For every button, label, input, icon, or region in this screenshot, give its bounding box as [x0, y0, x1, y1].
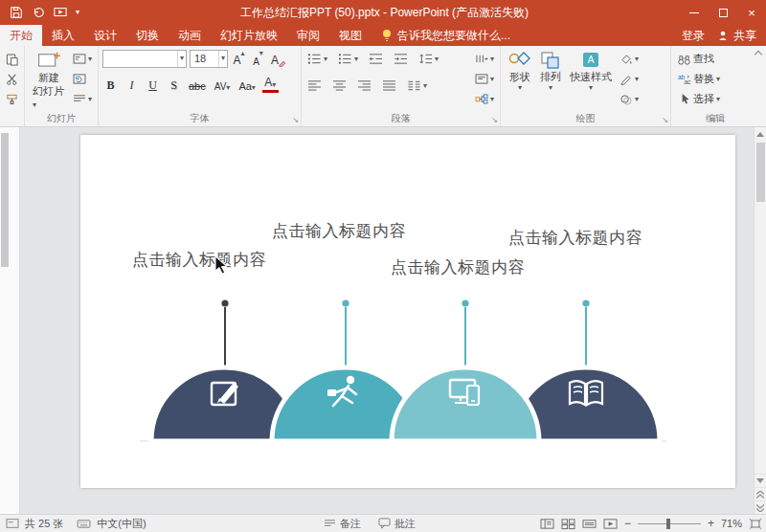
drawing-dialog-launcher-icon[interactable]: ↘ [662, 117, 668, 124]
text-direction-button[interactable]: ▾ [473, 49, 496, 69]
quick-access-toolbar: ▾ [0, 6, 89, 19]
save-icon[interactable] [10, 6, 23, 19]
align-text-button[interactable]: ▾ [473, 69, 496, 89]
slide-count[interactable]: 共 25 张 [25, 517, 63, 531]
numbering-button[interactable]: ▾ [336, 49, 360, 69]
zoom-in-button[interactable]: + [708, 517, 714, 530]
shrink-font-button[interactable]: A▾ [250, 49, 266, 68]
shapes-icon [508, 50, 531, 71]
shape-fill-button[interactable]: ▾ [618, 49, 641, 69]
decrease-indent-button[interactable] [367, 49, 385, 69]
thumbnail-scrollbar-thumb[interactable] [1, 133, 9, 267]
line-spacing-button[interactable]: ▾ [417, 49, 440, 69]
normal-view-icon[interactable] [540, 518, 554, 530]
smartart-button[interactable]: ▾ [473, 89, 496, 109]
layout-button[interactable]: ▾ [71, 49, 94, 69]
zoom-out-button[interactable]: − [624, 517, 631, 530]
clear-formatting-button[interactable]: A [269, 49, 288, 68]
next-slide-button[interactable] [755, 500, 766, 514]
minimize-button[interactable] [680, 0, 709, 25]
notes-button[interactable]: 备注 [324, 517, 361, 531]
status-bar: 共 25 张 中文(中国) 备注 批注 − + 71% [0, 514, 766, 532]
section-button[interactable]: ▾ [71, 89, 94, 109]
scroll-up-button[interactable] [755, 127, 766, 141]
undo-icon[interactable] [32, 6, 45, 19]
cut-button[interactable] [4, 69, 20, 89]
caption-placeholder-1[interactable]: 点击输入标题内容 [132, 249, 266, 271]
vertical-scrollbar[interactable] [754, 127, 766, 514]
change-case-button[interactable]: Aa▾ [237, 74, 257, 93]
caption-placeholder-2[interactable]: 点击输入标题内容 [272, 220, 406, 242]
align-center-button[interactable] [330, 76, 349, 96]
tab-home[interactable]: 开始 [0, 25, 42, 46]
text-shadow-button[interactable]: S [166, 74, 182, 93]
close-button[interactable]: × [737, 0, 766, 25]
tell-me-box[interactable]: 告诉我您想要做什么... [372, 25, 520, 46]
bullets-button[interactable]: ▾ [305, 49, 329, 69]
maximize-button[interactable] [709, 0, 737, 25]
previous-slide-button[interactable] [755, 487, 766, 500]
tab-transitions[interactable]: 切换 [126, 25, 169, 46]
increase-indent-button[interactable] [392, 49, 410, 69]
font-dialog-launcher-icon[interactable]: ↘ [292, 117, 299, 124]
zoom-level[interactable]: 71% [721, 518, 742, 529]
strikethrough-button[interactable]: abc [187, 74, 208, 93]
character-spacing-button[interactable]: AV▾ [213, 74, 233, 93]
tab-slideshow[interactable]: 幻灯片放映 [211, 25, 287, 46]
slide-sorter-view-icon[interactable] [561, 518, 575, 530]
tab-view[interactable]: 视图 [329, 25, 372, 46]
align-left-button[interactable] [305, 76, 324, 96]
shape-effects-button[interactable]: ▾ [618, 89, 641, 109]
font-color-button[interactable]: A▾ [262, 74, 279, 93]
paste-button[interactable] [4, 49, 20, 69]
tab-review[interactable]: 审阅 [287, 25, 329, 46]
qat-customize-icon[interactable]: ▾ [76, 9, 79, 16]
font-size-combobox[interactable]: 18▾ [190, 50, 228, 68]
dome-3[interactable] [392, 367, 539, 441]
columns-button[interactable]: ▾ [405, 76, 429, 96]
minimize-icon [689, 12, 699, 13]
justify-button[interactable] [380, 76, 398, 96]
paragraph-dialog-launcher-icon[interactable]: ↘ [491, 117, 498, 124]
grow-font-button[interactable]: A▴ [231, 49, 247, 68]
share-button[interactable]: 共享 [718, 28, 756, 44]
format-painter-button[interactable] [4, 89, 20, 109]
caption-placeholder-3[interactable]: 点击输入标题内容 [391, 256, 525, 278]
reset-button[interactable] [71, 69, 94, 89]
font-group: ▾ 18▾ A▴ A▾ A B I U S abc AV▾ Aa▾ A▾ 字体 [99, 46, 302, 126]
comments-button[interactable]: 批注 [378, 517, 416, 531]
font-name-combobox[interactable]: ▾ [102, 50, 187, 68]
arrange-button[interactable]: 排列 ▾ [535, 49, 566, 112]
tab-insert[interactable]: 插入 [42, 25, 84, 46]
tab-animations[interactable]: 动画 [169, 25, 211, 46]
bold-button[interactable]: B [102, 74, 119, 93]
align-right-button[interactable] [355, 76, 373, 96]
start-slideshow-icon[interactable] [54, 6, 67, 19]
zoom-slider[interactable] [638, 523, 701, 524]
thumbnail-pane[interactable] [0, 127, 20, 514]
shape-outline-button[interactable]: ▾ [618, 69, 641, 89]
zoom-slider-thumb[interactable] [666, 519, 670, 529]
select-button[interactable]: 选择▾ [675, 89, 722, 109]
fit-slide-icon[interactable] [749, 518, 762, 530]
slideshow-view-icon[interactable] [603, 518, 618, 530]
find-button[interactable]: 查找 [675, 49, 722, 69]
language-indicator[interactable]: 中文(中国) [97, 517, 146, 531]
tab-design[interactable]: 设计 [84, 25, 126, 46]
slide[interactable]: 点击输入标题内容 点击输入标题内容 点击输入标题内容 点击输入标题内容 [80, 135, 735, 488]
paragraph-group: ▾ ▾ ▾ ▾ ▾ ▾ ▾ 段落 ↘ [302, 46, 501, 126]
shapes-button[interactable]: 形状 ▾ [505, 49, 535, 112]
align-center-icon [332, 79, 347, 92]
reading-view-icon[interactable] [582, 518, 597, 530]
sign-in-button[interactable]: 登录 [682, 28, 705, 44]
replace-button[interactable]: abac替换▾ [675, 69, 722, 89]
underline-button[interactable]: U [145, 74, 161, 93]
scrollbar-thumb[interactable] [756, 143, 765, 202]
shape-effects-icon [620, 94, 633, 105]
caption-placeholder-4[interactable]: 点击输入标题内容 [508, 227, 642, 249]
new-slide-button[interactable]: 新建 幻灯片 ▾ [29, 49, 69, 112]
italic-button[interactable]: I [124, 74, 140, 93]
scroll-down-button[interactable] [755, 474, 766, 487]
account-area: 登录 共享 [682, 25, 766, 46]
quick-styles-button[interactable]: A 快速样式 ▾ [566, 49, 616, 112]
